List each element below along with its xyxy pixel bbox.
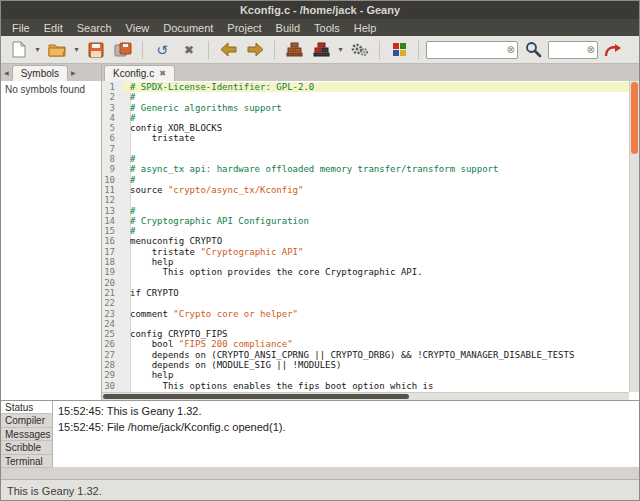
search-clear-icon[interactable]: ⊗ [507,44,515,55]
code-line[interactable]: 27 depends on (CRYPTO_ANSI_CPRNG || CRYP… [102,350,629,360]
symbols-sidebar: No symbols found [1,81,102,400]
menu-build[interactable]: Build [269,21,307,35]
line-number: 12 [102,195,123,205]
code-line[interactable]: 22 [102,298,629,308]
main-area: No symbols found 1# SPDX-License-Identif… [1,81,639,400]
code-line[interactable]: 10# [102,175,629,185]
line-number: 30 [102,381,123,391]
code-line[interactable]: 6 tristate [102,133,629,143]
code-editor[interactable]: 1# SPDX-License-Identifier: GPL-2.02#3# … [102,81,639,400]
tab-scroll-right-icon[interactable]: ▶ [68,69,79,81]
code-line[interactable]: 15# [102,226,629,236]
revert-button[interactable]: ↺ [150,38,174,62]
close-file-button[interactable]: ✖ [177,38,201,62]
new-file-dropdown[interactable]: ▾ [33,45,42,54]
build-button[interactable] [309,38,333,62]
vertical-scrollbar-thumb[interactable] [631,82,638,154]
code-line[interactable]: 29 help [102,370,629,380]
tab-symbols[interactable]: Symbols [12,65,68,81]
menu-project[interactable]: Project [220,21,268,35]
goto-clear-icon[interactable]: ⊗ [587,44,595,55]
code-line[interactable]: 12 [102,195,629,205]
code-line[interactable]: 5config XOR_BLOCKS [102,123,629,133]
code-line[interactable]: 28 depends on (MODULE_SIG || !MODULES) [102,360,629,370]
code-line[interactable]: 8# [102,154,629,164]
code-line[interactable]: 17 tristate "Cryptographic API" [102,247,629,257]
code-line[interactable]: 3# Generic algorithms support [102,103,629,113]
code-line[interactable]: 18 help [102,257,629,267]
message-tab-terminal[interactable]: Terminal [1,455,52,468]
line-number: 10 [102,175,123,185]
code-line[interactable]: 1# SPDX-License-Identifier: GPL-2.0 [102,82,629,92]
line-number: 19 [102,267,123,277]
menu-file[interactable]: File [5,21,37,35]
search-entry: ⊗ [426,41,518,59]
save-file-button[interactable] [84,38,108,62]
new-file-button[interactable] [6,38,30,62]
code-line[interactable]: 13# [102,206,629,216]
menu-tools[interactable]: Tools [307,21,347,35]
line-number: 26 [102,339,123,349]
menu-help[interactable]: Help [347,21,384,35]
menu-search[interactable]: Search [70,21,119,35]
nav-forward-button[interactable] [243,38,267,62]
code-text: config CRYPTO_FIPS [123,329,629,339]
code-line[interactable]: 20 [102,278,629,288]
run-button[interactable] [348,38,372,62]
geany-window: Kconfig.c - /home/jack - Geany FileEditS… [0,0,640,501]
code-line[interactable]: 7 [102,144,629,154]
code-line[interactable]: 23comment "Crypto core or helper" [102,309,629,319]
message-tab-scribble[interactable]: Scribble [1,441,52,454]
menu-edit[interactable]: Edit [37,21,70,35]
message-tab-status[interactable]: Status [1,401,52,414]
jump-to-line-button[interactable] [601,38,625,62]
horizontal-scrollbar[interactable] [102,392,629,400]
search-input[interactable] [426,41,518,59]
message-tab-messages[interactable]: Messages [1,428,52,441]
line-number: 17 [102,247,123,257]
open-file-button[interactable] [45,38,69,62]
menu-document[interactable]: Document [156,21,220,35]
message-content: 15:52:45: This is Geany 1.32.15:52:45: F… [53,401,639,467]
line-number: 21 [102,288,123,298]
build-dropdown[interactable]: ▾ [336,45,345,54]
menubar: FileEditSearchViewDocumentProjectBuildTo… [1,19,639,36]
code-line[interactable]: 4# [102,113,629,123]
close-tab-icon[interactable]: ✖ [159,69,166,78]
line-number: 6 [102,133,123,143]
tab-kconfig[interactable]: Kconfig.c ✖ [104,65,175,81]
code-line[interactable]: 14# Cryptographic API Configuration [102,216,629,226]
code-line[interactable]: 9# async_tx api: hardware offloaded memo… [102,164,629,174]
open-file-dropdown[interactable]: ▾ [72,45,81,54]
code-line[interactable]: 30 This options enables the fips boot op… [102,381,629,391]
find-button[interactable] [521,38,545,62]
open-folder-icon [48,42,66,58]
code-line[interactable]: 26 bool "FIPS 200 compliance" [102,339,629,349]
code-line[interactable]: 24 [102,319,629,329]
revert-icon: ↺ [156,43,168,57]
line-number: 15 [102,226,123,236]
nav-back-button[interactable] [216,38,240,62]
code-line[interactable]: 25config CRYPTO_FIPS [102,329,629,339]
code-line[interactable]: 21if CRYPTO [102,288,629,298]
compile-bricks-icon [286,42,303,57]
code-line[interactable]: 19 This option provides the core Cryptog… [102,267,629,277]
save-all-button[interactable] [111,38,135,62]
code-line[interactable]: 16menuconfig CRYPTO [102,236,629,246]
line-number: 9 [102,164,123,174]
line-number: 2 [102,92,123,102]
vertical-scrollbar[interactable] [629,81,639,392]
color-chooser-button[interactable] [387,38,411,62]
code-line[interactable]: 11source "crypto/async_tx/Kconfig" [102,185,629,195]
save-floppy-icon [88,42,104,58]
code-text: # async_tx api: hardware offloaded memor… [123,164,629,174]
new-file-icon [10,41,27,58]
horizontal-scrollbar-thumb[interactable] [103,394,409,399]
message-tab-compiler[interactable]: Compiler [1,414,52,427]
tab-scroll-left-icon[interactable]: ◀ [1,69,12,81]
menu-view[interactable]: View [119,21,157,35]
color-chooser-icon [392,42,407,57]
compile-button[interactable] [282,38,306,62]
code-line[interactable]: 2# [102,92,629,102]
status-message: 15:52:45: This is Geany 1.32. [58,403,634,419]
